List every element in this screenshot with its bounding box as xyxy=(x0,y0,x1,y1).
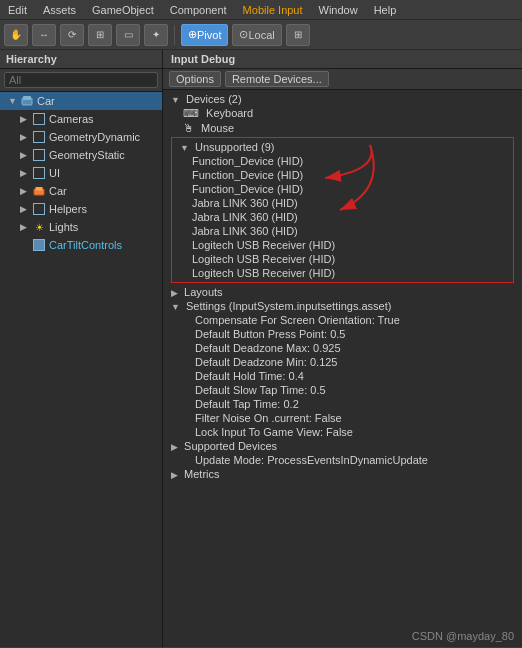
list-item: Compensate For Screen Orientation: True xyxy=(163,313,522,327)
layouts-section: ▶ Layouts xyxy=(163,285,522,299)
local-icon: ⊙ xyxy=(239,28,248,41)
leaf-arrow: ▶ xyxy=(20,204,32,214)
menu-mobile-input[interactable]: Mobile Input xyxy=(239,4,307,16)
devices-expand-arrow: ▼ xyxy=(171,95,180,105)
menu-edit[interactable]: Edit xyxy=(4,4,31,16)
car-root-icon xyxy=(20,94,34,108)
car-child-icon xyxy=(32,184,46,198)
unsupported-box: ▼ Unsupported (9) Function_Device (HID) … xyxy=(171,137,514,283)
local-btn[interactable]: ⊙ Local xyxy=(232,24,281,46)
move-tool-btn[interactable]: ↔ xyxy=(32,24,56,46)
transform-tool-btn[interactable]: ✦ xyxy=(144,24,168,46)
tree-label-geometry-dynamic: GeometryDynamic xyxy=(49,131,140,143)
unsupported-expand-arrow: ▼ xyxy=(180,143,189,153)
rotate-tool-btn[interactable]: ⟳ xyxy=(60,24,84,46)
scale-tool-btn[interactable]: ⊞ xyxy=(88,24,112,46)
settings-title[interactable]: Settings (InputSystem.inputsettings.asse… xyxy=(186,300,391,312)
list-item[interactable]: Logitech USB Receiver (HID) xyxy=(172,238,513,252)
tree-item-geometry-static[interactable]: ▶ GeometryStatic xyxy=(0,146,162,164)
list-item[interactable]: Jabra LINK 360 (HID) xyxy=(172,224,513,238)
metrics-section: ▶ Metrics xyxy=(163,467,522,481)
rect-tool-btn[interactable]: ▭ xyxy=(116,24,140,46)
leaf-arrow: ▶ xyxy=(20,168,32,178)
debug-content[interactable]: ▼ Devices (2) ⌨ Keyboard 🖱 Mouse ▼ Unsup… xyxy=(163,90,522,647)
grid-btn[interactable]: ⊞ xyxy=(286,24,310,46)
list-item[interactable]: Function_Device (HID) xyxy=(172,154,513,168)
tree-label-lights: Lights xyxy=(49,221,78,233)
list-item: Default Slow Tap Time: 0.5 xyxy=(163,383,522,397)
list-item: Default Button Press Point: 0.5 xyxy=(163,327,522,341)
svg-rect-1 xyxy=(23,96,31,100)
menu-gameobject[interactable]: GameObject xyxy=(88,4,158,16)
mouse-label: Mouse xyxy=(201,122,234,134)
menu-assets[interactable]: Assets xyxy=(39,4,80,16)
list-item: Default Tap Time: 0.2 xyxy=(163,397,522,411)
list-item[interactable]: Function_Device (HID) xyxy=(172,182,513,196)
menu-component[interactable]: Component xyxy=(166,4,231,16)
lights-icon: ☀ xyxy=(32,220,46,234)
svg-rect-3 xyxy=(36,187,43,191)
tree-label-cameras: Cameras xyxy=(49,113,94,125)
options-button[interactable]: Options xyxy=(169,71,221,87)
hand-tool-btn[interactable]: ✋ xyxy=(4,24,28,46)
tree-item-ui[interactable]: ▶ UI xyxy=(0,164,162,182)
tree-item-lights[interactable]: ▶ ☀ Lights xyxy=(0,218,162,236)
tree-item-helpers[interactable]: ▶ Helpers xyxy=(0,200,162,218)
supported-devices-section: ▶ Supported Devices xyxy=(163,439,522,453)
tree-label-car-tilt-controls: CarTiltControls xyxy=(49,239,122,251)
helpers-icon xyxy=(32,202,46,216)
remote-devices-button[interactable]: Remote Devices... xyxy=(225,71,329,87)
tree-label-helpers: Helpers xyxy=(49,203,87,215)
tree-label-geometry-static: GeometryStatic xyxy=(49,149,125,161)
update-mode-item: Update Mode: ProcessEventsInDynamicUpdat… xyxy=(163,453,522,467)
menu-window[interactable]: Window xyxy=(315,4,362,16)
devices-section: ▼ Devices (2) xyxy=(163,92,522,106)
list-item[interactable]: Jabra LINK 360 (HID) xyxy=(172,196,513,210)
toolbar-separator-1 xyxy=(174,25,175,45)
layouts-arrow: ▶ xyxy=(171,288,178,298)
list-item[interactable]: Jabra LINK 360 (HID) xyxy=(172,210,513,224)
layouts-label[interactable]: Layouts xyxy=(184,286,223,298)
search-input[interactable] xyxy=(4,72,158,88)
supported-devices-label[interactable]: Supported Devices xyxy=(184,440,277,452)
list-item: Filter Noise On .current: False xyxy=(163,411,522,425)
leaf-arrow: ▶ xyxy=(20,186,32,196)
metrics-arrow: ▶ xyxy=(171,470,178,480)
expand-arrow: ▼ xyxy=(8,96,20,106)
pivot-btn[interactable]: ⊕ Pivot xyxy=(181,24,228,46)
right-panel: Input Debug Options Remote Devices... ▼ … xyxy=(163,50,522,647)
menu-help[interactable]: Help xyxy=(370,4,401,16)
pivot-icon: ⊕ xyxy=(188,28,197,41)
unsupported-title[interactable]: Unsupported (9) xyxy=(195,141,275,153)
pivot-label: Pivot xyxy=(197,29,221,41)
car-tilt-icon xyxy=(32,238,46,252)
list-item[interactable]: Function_Device (HID) xyxy=(172,168,513,182)
hierarchy-title: Hierarchy xyxy=(0,50,162,69)
unsupported-title-row: ▼ Unsupported (9) xyxy=(172,140,513,154)
local-label: Local xyxy=(248,29,274,41)
devices-title[interactable]: Devices (2) xyxy=(186,93,242,105)
tree-item-geometry-dynamic[interactable]: ▶ GeometryDynamic xyxy=(0,128,162,146)
settings-section: ▼ Settings (InputSystem.inputsettings.as… xyxy=(163,299,522,313)
leaf-arrow: ▶ xyxy=(20,150,32,160)
mouse-item[interactable]: 🖱 Mouse xyxy=(163,121,522,135)
menu-bar: Edit Assets GameObject Component Mobile … xyxy=(0,0,522,20)
tree-label-car-child: Car xyxy=(49,185,67,197)
keyboard-item[interactable]: ⌨ Keyboard xyxy=(163,106,522,121)
tree-label-ui: UI xyxy=(49,167,60,179)
list-item[interactable]: Logitech USB Receiver (HID) xyxy=(172,252,513,266)
input-debug-header: Input Debug xyxy=(163,50,522,69)
tree-item-car-root[interactable]: ▼ Car xyxy=(0,92,162,110)
tree-item-car-child[interactable]: ▶ Car xyxy=(0,182,162,200)
tree-item-car-tilt-controls[interactable]: CarTiltControls xyxy=(0,236,162,254)
input-debug-title: Input Debug xyxy=(171,53,235,65)
leaf-arrow: ▶ xyxy=(20,222,32,232)
list-item: Default Deadzone Max: 0.925 xyxy=(163,341,522,355)
list-item[interactable]: Logitech USB Receiver (HID) xyxy=(172,266,513,280)
tree-item-cameras[interactable]: ▶ Cameras xyxy=(0,110,162,128)
metrics-label[interactable]: Metrics xyxy=(184,468,219,480)
geometry-dynamic-icon xyxy=(32,130,46,144)
tree-label-car-root: Car xyxy=(37,95,55,107)
list-item: Default Hold Time: 0.4 xyxy=(163,369,522,383)
settings-arrow: ▼ xyxy=(171,302,180,312)
